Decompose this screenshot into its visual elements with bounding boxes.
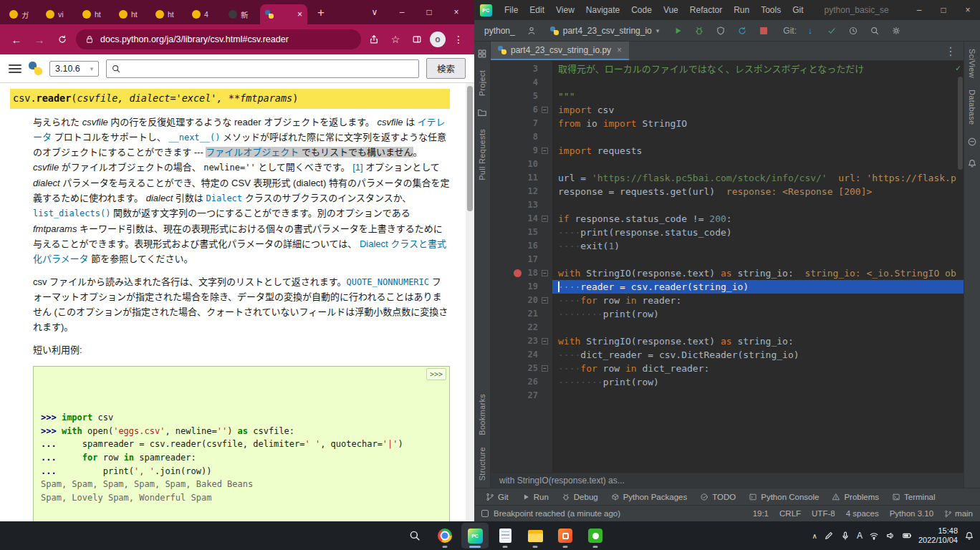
doc-link[interactable]: Dialect <box>206 193 242 203</box>
doc-link[interactable]: [1] <box>352 162 362 173</box>
editor-line[interactable]: 12response = requests.get(url) response:… <box>491 185 964 198</box>
editor-line[interactable]: 15····print(response.status_code) <box>491 226 964 239</box>
editor-line[interactable]: 21········print(row) <box>491 307 964 321</box>
taskbar-pycharm-button[interactable]: PC <box>461 523 489 549</box>
stripe-pull-requests[interactable]: Pull Requests <box>478 129 486 180</box>
line-number[interactable]: 5 <box>533 90 538 103</box>
line-number[interactable]: 14 <box>528 212 538 226</box>
browser-tab[interactable]: × <box>260 4 307 24</box>
line-number[interactable]: 9 <box>533 144 538 158</box>
line-number[interactable]: 23 <box>528 334 538 348</box>
git-history-button[interactable] <box>845 23 861 39</box>
address-bar[interactable]: docs.python.org/ja/3/library/csv.html#cs… <box>76 29 361 49</box>
line-number[interactable]: 27 <box>528 389 538 402</box>
fold-marker-icon[interactable]: − <box>542 216 548 222</box>
docs-search-button[interactable]: 検索 <box>426 58 466 79</box>
taskbar-windows-button[interactable] <box>371 523 398 549</box>
editor-line[interactable]: 8 <box>491 130 964 144</box>
taskbar-notepad-button[interactable] <box>491 523 519 549</box>
line-number[interactable]: 22 <box>528 321 538 334</box>
close-button[interactable]: × <box>956 0 980 20</box>
docs-search-input[interactable] <box>125 64 414 74</box>
taskbar-search-button[interactable] <box>401 523 428 549</box>
line-number[interactable]: 12 <box>528 185 538 198</box>
editor-line[interactable]: 27 <box>491 389 964 402</box>
taskbar-app-orange-button[interactable] <box>552 523 579 549</box>
folder-icon[interactable] <box>477 107 487 117</box>
stop-button[interactable] <box>756 23 772 39</box>
tab-close-icon[interactable]: × <box>297 9 302 19</box>
mic-icon[interactable] <box>840 531 850 541</box>
stripe-bookmarks[interactable]: Bookmarks <box>478 394 486 435</box>
menu-edit[interactable]: Edit <box>524 3 549 17</box>
run-button[interactable] <box>670 23 686 39</box>
line-number[interactable]: 4 <box>533 76 538 90</box>
share-button[interactable] <box>365 31 383 48</box>
git-commit-button[interactable] <box>824 23 840 39</box>
fold-marker-icon[interactable]: − <box>542 148 548 154</box>
fold-marker-icon[interactable]: − <box>542 365 548 372</box>
editor-line[interactable]: 25−····for row in dict_reader: <box>491 362 964 375</box>
tool-window-git[interactable]: Git <box>480 491 514 503</box>
notification-bell-icon[interactable] <box>964 531 974 541</box>
clock[interactable]: 15:48 2022/10/04 <box>918 526 958 546</box>
doc-link[interactable]: __next__() <box>168 132 220 143</box>
stripe-structure[interactable]: Structure <box>478 447 486 481</box>
line-number[interactable]: 11 <box>528 171 538 185</box>
line-number[interactable]: 7 <box>533 117 538 130</box>
tool-window-todo[interactable]: TODO <box>694 491 741 503</box>
git-branch-widget[interactable]: main <box>944 509 973 518</box>
tray-chevron-icon[interactable]: ∧ <box>812 532 817 540</box>
browser-tab[interactable]: ht <box>114 4 150 24</box>
reload-button[interactable] <box>53 30 72 49</box>
line-number[interactable]: 19 <box>528 280 538 294</box>
battery-icon[interactable] <box>902 531 912 541</box>
tool-window-problems[interactable]: Problems <box>826 491 885 503</box>
editor-line[interactable]: 10 <box>491 158 964 171</box>
fold-marker-icon[interactable]: − <box>542 338 548 344</box>
caret-position[interactable]: 19:1 <box>753 509 769 518</box>
hamburger-menu-icon[interactable] <box>9 64 21 73</box>
github-copilot-icon[interactable] <box>967 137 977 147</box>
interpreter[interactable]: Python 3.10 <box>890 509 933 518</box>
menu-vue[interactable]: Vue <box>658 3 683 17</box>
line-number[interactable]: 20 <box>528 294 538 307</box>
browser-tab[interactable]: 新 <box>224 4 259 24</box>
forward-button[interactable]: → <box>30 30 49 49</box>
editor-line[interactable]: 23−with StringIO(response.text) as strin… <box>491 334 964 348</box>
menu-tools[interactable]: Tools <box>756 3 786 17</box>
menu-navigate[interactable]: Navigate <box>581 3 625 17</box>
line-number[interactable]: 3 <box>533 62 538 76</box>
tab-close-icon[interactable]: × <box>617 45 622 55</box>
browser-tab[interactable]: 4 <box>187 4 223 24</box>
run-config-selector[interactable]: part4_23_csv_string_io ▾ <box>545 24 665 37</box>
git-update-button[interactable]: ↓ <box>802 23 818 39</box>
menu-file[interactable]: File <box>499 3 523 17</box>
stripe-database[interactable]: Database <box>968 90 976 125</box>
editor-line[interactable]: 17 <box>491 253 964 266</box>
new-tab-button[interactable]: + <box>312 3 330 21</box>
fold-marker-icon[interactable]: − <box>542 270 548 276</box>
browser-tab[interactable]: ガ <box>4 4 40 24</box>
line-number[interactable]: 6 <box>533 103 538 117</box>
line-separator[interactable]: CRLF <box>779 509 801 518</box>
menu-run[interactable]: Run <box>729 3 754 17</box>
grid-icon[interactable] <box>477 49 487 59</box>
fold-marker-icon[interactable]: − <box>542 297 548 304</box>
editor-line[interactable]: 14−if response.status_code != 200: <box>491 212 964 226</box>
ime-mode[interactable]: A <box>857 531 863 541</box>
menu-view[interactable]: View <box>551 3 580 17</box>
code-editor[interactable]: 3取得元が、ローカルのファイルではなく、レスポンスボディとなっただけ45"""6… <box>491 61 964 473</box>
editor-line[interactable]: 5""" <box>491 90 964 103</box>
editor-line[interactable]: 13 <box>491 198 964 212</box>
line-number[interactable]: 16 <box>528 239 538 253</box>
doc-link[interactable]: QUOTE_NONNUMERIC <box>346 277 429 287</box>
editor-line[interactable]: 16····exit(1) <box>491 239 964 253</box>
inspections-ok-icon[interactable]: ✓ <box>956 63 961 73</box>
doc-link[interactable]: list_dialects() <box>33 208 110 218</box>
python-logo-icon[interactable] <box>29 62 42 75</box>
minimize-button[interactable]: – <box>907 0 931 20</box>
editor-line[interactable]: 3取得元が、ローカルのファイルではなく、レスポンスボディとなっただけ <box>491 62 964 76</box>
settings-button[interactable] <box>888 23 904 39</box>
back-button[interactable]: ← <box>7 30 26 49</box>
